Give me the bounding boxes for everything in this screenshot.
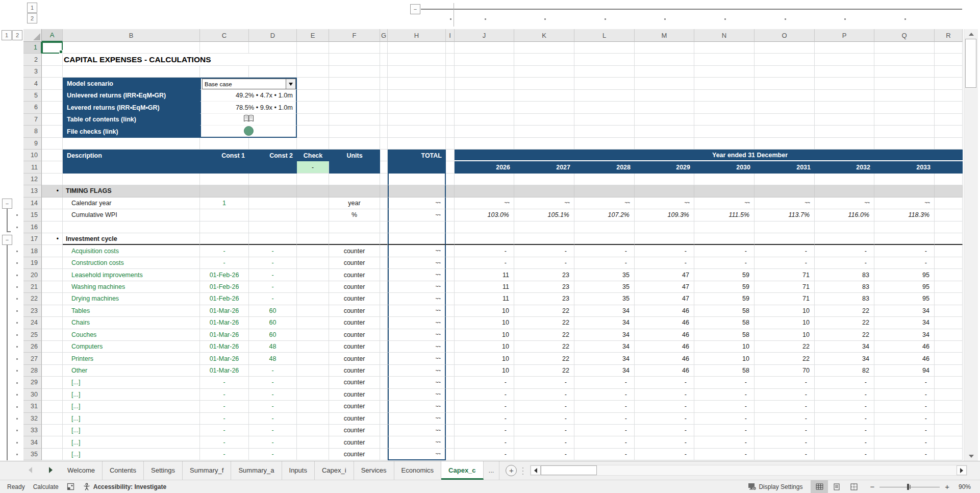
cell-M25[interactable]: 46 (635, 329, 694, 341)
cell-N16[interactable] (694, 221, 755, 233)
cell-J9[interactable] (455, 138, 514, 150)
column-group-collapse-button[interactable]: − (410, 4, 420, 14)
cell-Q33[interactable]: - (874, 425, 935, 436)
column-header-O[interactable]: O (755, 29, 815, 42)
cell-H23[interactable]: ~~ (388, 305, 446, 317)
cell-Q2[interactable] (874, 54, 935, 65)
tab-overflow[interactable]: ... (484, 461, 500, 480)
cell-I2[interactable] (446, 54, 455, 65)
cell-K25[interactable]: 22 (514, 329, 574, 341)
cell-R21[interactable] (935, 281, 963, 293)
cell-C6[interactable]: 78.5% • 9.9x • 1.0m (200, 102, 297, 113)
cell-C13[interactable] (200, 185, 249, 197)
cell-A10[interactable] (42, 150, 63, 161)
row-header-35[interactable]: 35 (23, 449, 42, 460)
zoom-slider-thumb[interactable] (907, 484, 909, 490)
cell-A20[interactable] (42, 269, 63, 281)
cell-I20[interactable] (446, 269, 455, 281)
cell-P30[interactable]: - (815, 389, 874, 401)
cell-C4[interactable]: Base case (200, 78, 297, 89)
book-icon[interactable] (243, 114, 254, 124)
cell-K28[interactable]: 22 (514, 365, 574, 377)
cell-P27[interactable]: 34 (815, 353, 874, 364)
tab-capex_c[interactable]: Capex_c (441, 461, 483, 480)
cell-P21[interactable]: 83 (815, 281, 874, 293)
cell-M17[interactable] (635, 233, 694, 245)
cell-H16[interactable] (388, 221, 446, 233)
cell-J3[interactable] (455, 66, 514, 78)
row-label-20[interactable]: Leasehold improvements (63, 269, 200, 281)
cell-R18[interactable] (935, 245, 963, 257)
cell-H29[interactable]: ~~ (388, 377, 446, 388)
cell-I12[interactable] (446, 174, 455, 185)
cell-O29[interactable]: - (755, 377, 815, 388)
cell-I25[interactable] (446, 329, 455, 341)
cell-D34[interactable]: - (249, 436, 297, 448)
cell-N17[interactable] (694, 233, 755, 245)
cell-L34[interactable]: - (574, 436, 635, 448)
cell-G7[interactable] (380, 114, 388, 126)
cell-C31[interactable]: - (200, 401, 249, 412)
cell-K30[interactable]: - (514, 389, 574, 401)
cell-J6[interactable] (455, 102, 514, 113)
row-group-collapse-button-1[interactable]: − (2, 199, 12, 209)
cell-N7[interactable] (694, 114, 755, 126)
cell-A3[interactable] (42, 66, 63, 78)
cell-R20[interactable] (935, 269, 963, 281)
cell-G35[interactable] (380, 449, 388, 460)
cell-L27[interactable]: 34 (574, 353, 635, 364)
cell-P4[interactable] (815, 78, 874, 89)
cell-M30[interactable]: - (635, 389, 694, 401)
row-header-20[interactable]: 20 (23, 269, 42, 281)
cell-K20[interactable]: 23 (514, 269, 574, 281)
cell-M15[interactable]: 109.3% (635, 209, 694, 221)
column-header-R[interactable]: R (935, 29, 963, 42)
cell-Q12[interactable] (874, 174, 935, 185)
cell-M23[interactable]: 46 (635, 305, 694, 317)
cell-P25[interactable]: 22 (815, 329, 874, 341)
cell-L4[interactable] (574, 78, 635, 89)
cell-K9[interactable] (514, 138, 574, 150)
cell-E9[interactable] (297, 138, 329, 150)
cell-P18[interactable]: - (815, 245, 874, 257)
cell-M13[interactable] (635, 185, 694, 197)
cell-H18[interactable]: ~~ (388, 245, 446, 257)
cell-P29[interactable]: - (815, 377, 874, 388)
cell-I15[interactable] (446, 209, 455, 221)
cell-D31[interactable]: - (249, 401, 297, 412)
row-header-16[interactable]: 16 (23, 221, 42, 233)
row-header-29[interactable]: 29 (23, 377, 42, 388)
cell-R16[interactable] (935, 221, 963, 233)
column-header-D[interactable]: D (249, 29, 297, 42)
cell-K27[interactable]: 22 (514, 353, 574, 364)
cell-G20[interactable] (380, 269, 388, 281)
cell-A9[interactable] (42, 138, 63, 150)
cell-J32[interactable]: - (455, 413, 514, 425)
cell-J16[interactable] (455, 221, 514, 233)
cell-E23[interactable] (297, 305, 329, 317)
cell-P19[interactable]: - (815, 257, 874, 269)
cell-J30[interactable]: - (455, 389, 514, 401)
cell-E28[interactable] (297, 365, 329, 377)
zoom-slider[interactable] (880, 483, 940, 490)
cell-N18[interactable]: - (694, 245, 755, 257)
cell-J28[interactable]: 10 (455, 365, 514, 377)
cell-N30[interactable]: - (694, 389, 755, 401)
cell-R5[interactable] (935, 90, 963, 102)
cell-Q26[interactable]: 46 (874, 341, 935, 353)
cell-M20[interactable]: 47 (635, 269, 694, 281)
cell-O25[interactable]: 10 (755, 329, 815, 341)
cell-N5[interactable] (694, 90, 755, 102)
cell-E17[interactable] (297, 233, 329, 245)
cell-C26[interactable]: 01-Mar-26 (200, 341, 249, 353)
cell-P26[interactable]: 34 (815, 341, 874, 353)
column-header-H[interactable]: H (388, 29, 446, 42)
cell-I29[interactable] (446, 377, 455, 388)
row-label-15[interactable]: Cumulative WPI (63, 209, 200, 221)
cell-Q3[interactable] (874, 66, 935, 78)
cell-A7[interactable] (42, 114, 63, 126)
cell-J12[interactable] (455, 174, 514, 185)
cell-N12[interactable] (694, 174, 755, 185)
cell-G6[interactable] (380, 102, 388, 113)
cell-A19[interactable] (42, 257, 63, 269)
